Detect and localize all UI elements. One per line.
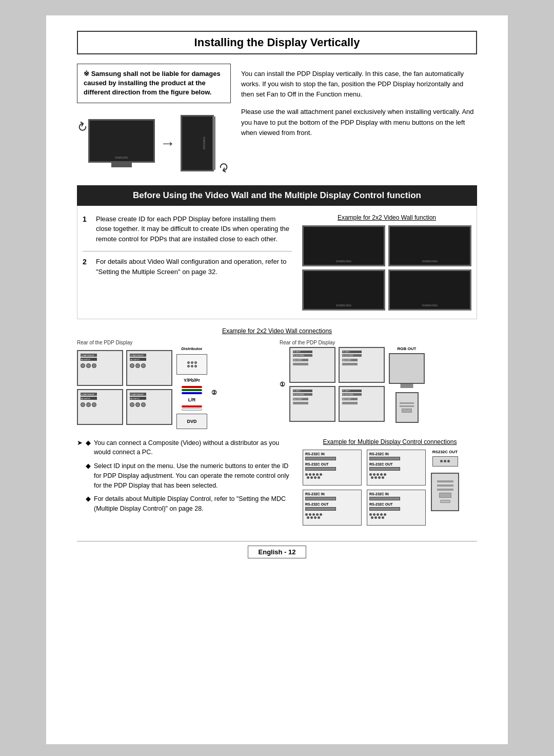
conn-right-label: Rear of the PDP Display xyxy=(280,340,477,345)
pdp-panel-r2: PC INPUT PC OUT/YPbPr MDC INPUT xyxy=(339,347,385,383)
rs232-in-port-1 xyxy=(305,457,336,460)
section2-title-text: Before Using the Video Wall and the Mult… xyxy=(133,190,421,200)
rs232-in-port-4 xyxy=(369,497,400,500)
pdp-panel-2: COMPONENT AV INPUT xyxy=(126,350,172,386)
warning-text: ※ Samsung shall not be liable for damage… xyxy=(84,69,224,98)
bullet3: ◆ For details about Multiple Display Con… xyxy=(86,494,292,514)
bullet-container: ◆ You can connect a Composite (Video) wi… xyxy=(86,438,292,514)
section2-title: Before Using the Video Wall and the Mult… xyxy=(77,185,477,206)
cables-visual xyxy=(182,386,202,394)
mdc-pc-tower xyxy=(431,473,459,511)
rs232-out-port-3 xyxy=(305,507,336,511)
footer: English - 12 xyxy=(77,541,477,558)
mdc-panels-col1: RS-232C IN RS-232C OUT xyxy=(303,450,362,526)
bullet3-sym: ◆ xyxy=(86,494,91,514)
bullet-list: ➤ ◆ You can connect a Composite (Video) … xyxy=(77,438,292,526)
step-divider xyxy=(83,251,292,251)
mdc-layout: RS-232C IN RS-232C OUT xyxy=(303,450,477,526)
connections-label: Example for 2x2 Video Wall connections xyxy=(77,327,477,335)
distributor-label: Distributor xyxy=(182,346,203,351)
mdc-rs232-port xyxy=(432,456,458,467)
warning-box: ※ Samsung shall not be liable for damage… xyxy=(77,64,231,103)
vw-screen-4 xyxy=(388,269,471,311)
vw-label: Example for 2x2 Video Wall function xyxy=(302,214,471,221)
mdc-diagram: Example for Multiple Display Control con… xyxy=(303,438,477,526)
vw-screen-3 xyxy=(302,269,385,311)
db9-2 xyxy=(369,473,423,479)
left-diagram: COMPONENT AV INPUT xyxy=(77,346,274,429)
horizontal-monitor: SAMSUNG xyxy=(88,119,155,163)
horizontal-monitor-container: SAMSUNG xyxy=(88,119,155,167)
curved-arrow-bottom: ↺ xyxy=(216,158,232,175)
pdp-panel-3: COMPONENT AV INPUT xyxy=(77,389,123,425)
rs232-out-label-4: RS-232C OUT xyxy=(369,502,393,506)
lr-cables xyxy=(182,405,202,411)
rs232-out-port-2 xyxy=(369,467,400,471)
bullet2-text: Select ID input on the menu. Use the num… xyxy=(94,461,292,490)
rs232-in-label-2: RS-232C IN xyxy=(369,452,389,456)
vertical-monitor: SAMSUNG xyxy=(181,115,214,171)
pdp-panel-1: COMPONENT AV INPUT xyxy=(77,350,123,386)
steps-list: 1 Please create ID for each PDP Display … xyxy=(77,214,292,311)
rgb-out-label: RGB OUT xyxy=(398,346,417,351)
footer-box: English - 12 xyxy=(248,546,307,558)
pdp-panel-r1: PC INPUT PC OUT/YPbPr MDC INPUT xyxy=(289,347,335,383)
bullet1: ◆ You can connect a Composite (Video) wi… xyxy=(86,438,292,458)
document-page: Installing the Display Vertically ※ Sams… xyxy=(46,15,508,744)
rs232-out-port-1 xyxy=(305,467,336,471)
bottom-section: ➤ ◆ You can connect a Composite (Video) … xyxy=(77,438,477,526)
mdc-label: Example for Multiple Display Control con… xyxy=(303,438,477,445)
pc-section: RGB OUT xyxy=(389,346,425,423)
warning-body: Samsung shall not be liable for damages … xyxy=(84,70,221,96)
rs232-in-label-3: RS-232C IN xyxy=(305,492,325,496)
rs232-in-label-1: RS-232C IN xyxy=(305,452,325,456)
arrow-symbol: ➤ xyxy=(77,438,83,514)
db9-4 xyxy=(369,513,423,519)
mdc-panel-2: RS-232C IN RS-232C OUT xyxy=(367,450,426,486)
rs232-in-port-2 xyxy=(369,457,400,460)
step1: 1 Please create ID for each PDP Display … xyxy=(83,214,292,244)
step1-num: 1 xyxy=(83,214,91,244)
mdc-panel-4: RS-232C IN RS-232C OUT xyxy=(367,490,426,526)
bullet1-sym: ◆ xyxy=(86,438,91,458)
description1: You can install the PDP Display vertical… xyxy=(241,69,477,100)
circle-num1: ① xyxy=(280,381,285,388)
step1-text: Please create ID for each PDP Display be… xyxy=(96,214,292,244)
top-section: ※ Samsung shall not be liable for damage… xyxy=(77,64,477,174)
connections-section: Example for 2x2 Video Wall connections R… xyxy=(77,327,477,429)
pc-monitor-display xyxy=(389,353,425,384)
right-description: You can install the PDP Display vertical… xyxy=(241,64,477,174)
display-images: ↺ SAMSUNG → SAMSUNG xyxy=(77,112,231,174)
step2-text: For details about Video Wall configurati… xyxy=(96,257,292,277)
distributor-box xyxy=(176,354,207,375)
rs232-out-port-4 xyxy=(369,507,400,511)
mdc-panels-col2: RS-232C IN RS-232C OUT xyxy=(367,450,426,526)
arrow-item: ➤ ◆ You can connect a Composite (Video) … xyxy=(77,438,292,514)
section1-title-bar: Installing the Display Vertically xyxy=(77,31,477,54)
right-diagram: ① PC INPUT PC OUT/YPbPr MDC INPUT xyxy=(280,346,477,423)
description2: Please use the wall attachment panel exc… xyxy=(241,107,477,138)
rs232c-out2-label: RS232C OUT xyxy=(432,450,458,454)
left-connection: Rear of the PDP Display COMPONENT AV INP… xyxy=(77,340,274,429)
vw-screen-1 xyxy=(302,225,385,266)
bullet1-text: You can connect a Composite (Video) with… xyxy=(94,438,292,458)
mdc-pc-section: RS232C OUT xyxy=(431,450,459,511)
dvd-label: DVD xyxy=(187,419,196,424)
vw-grid xyxy=(302,225,471,311)
pdp-panel-r4: PC INPUT PC OUT/YPbPr MDC INPUT xyxy=(339,386,385,422)
mdc-panel-1: RS-232C IN RS-232C OUT xyxy=(303,450,362,486)
rs232-out-label-1: RS-232C OUT xyxy=(305,462,329,466)
pdp-panels-left: COMPONENT AV INPUT xyxy=(77,350,172,425)
rs232-in-port-3 xyxy=(305,497,336,500)
conn-left-label: Rear of the PDP Display xyxy=(77,340,274,345)
lr-label: L/R xyxy=(188,397,196,402)
right-arrow-icon: → xyxy=(160,134,175,152)
pdp-panel-r3: PC INPUT PC OUT/YPbPr MDC INPUT xyxy=(289,386,335,422)
dvd-box: DVD xyxy=(176,414,207,429)
vw-diagram: Example for 2x2 Video Wall function xyxy=(302,214,477,311)
step2: 2 For details about Video Wall configura… xyxy=(83,257,292,277)
distributor-section: Distributor Y/Pb/Pr xyxy=(176,346,207,429)
rs232-out-label-2: RS-232C OUT xyxy=(369,462,393,466)
bullet3-text: For details about Multiple Display Contr… xyxy=(94,494,292,514)
pc-tower-right xyxy=(395,392,419,423)
